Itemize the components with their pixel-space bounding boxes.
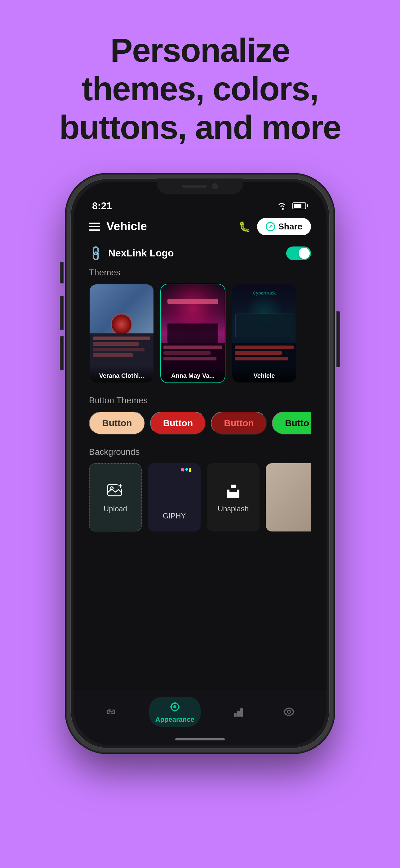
svg-point-0 bbox=[282, 208, 284, 210]
button-themes-label: Button Themes bbox=[89, 396, 311, 405]
phone-screen: 8:21 bbox=[73, 182, 327, 745]
volume-up-button bbox=[60, 296, 64, 330]
hero-title: Personalize themes, colors, buttons, and… bbox=[41, 31, 359, 147]
svg-point-10 bbox=[173, 705, 176, 708]
volume-down-button bbox=[60, 336, 64, 370]
theme-1-label: Verana Clothi... bbox=[90, 366, 154, 382]
eye-nav-icon bbox=[283, 706, 295, 718]
speaker bbox=[182, 185, 207, 188]
theme-1-logo bbox=[111, 314, 132, 335]
bg-upload-card[interactable]: Upload bbox=[89, 463, 142, 531]
phone-mockup: 8:21 bbox=[67, 175, 333, 752]
theme-3-label: Vehicle bbox=[232, 366, 296, 382]
button-themes-scroll: Button Button Button Butto bbox=[89, 412, 311, 435]
links-nav-icon bbox=[105, 706, 117, 718]
bg-giphy-label: GIPHY bbox=[163, 512, 186, 520]
theme-row bbox=[235, 351, 282, 355]
themes-scroll: Verana Clothi... bbox=[89, 284, 311, 383]
bottom-nav: Appearance bbox=[73, 690, 327, 745]
svg-point-14 bbox=[288, 710, 291, 713]
toggle-knob bbox=[299, 248, 310, 259]
theme-row bbox=[163, 345, 222, 349]
nexlink-label: NexLink Logo bbox=[108, 247, 174, 259]
btn-theme-3[interactable]: Button bbox=[211, 412, 267, 435]
status-time: 8:21 bbox=[92, 200, 112, 212]
bg-upload-label: Upload bbox=[104, 504, 127, 513]
svg-point-8 bbox=[170, 706, 172, 708]
wifi-icon bbox=[277, 202, 289, 210]
nav-item-links[interactable] bbox=[99, 703, 124, 721]
theme-2-car bbox=[167, 323, 219, 343]
theme-row bbox=[163, 351, 210, 355]
app-content: Vehicle 🐛 ↗ Share 🔗 NexLink Logo bbox=[73, 215, 327, 531]
unsplash-icon bbox=[224, 482, 242, 500]
bg-photo-card[interactable] bbox=[266, 463, 311, 531]
svg-rect-12 bbox=[237, 711, 240, 717]
hero-section: Personalize themes, colors, buttons, and… bbox=[41, 0, 359, 147]
front-camera bbox=[212, 183, 218, 189]
backgrounds-section-label: Backgrounds bbox=[89, 447, 311, 457]
app-header: Vehicle 🐛 ↗ Share bbox=[89, 215, 311, 242]
svg-point-6 bbox=[174, 702, 176, 704]
theme-card-anna[interactable]: Anna May Va... bbox=[160, 284, 226, 383]
menu-button[interactable] bbox=[89, 223, 100, 231]
theme-row bbox=[235, 345, 294, 349]
bug-button[interactable]: 🐛 bbox=[238, 221, 251, 232]
link-icon: 🔗 bbox=[87, 244, 104, 262]
nav-item-stats[interactable] bbox=[226, 703, 251, 721]
share-icon: ↗ bbox=[266, 222, 275, 231]
nav-item-appearance[interactable]: Appearance bbox=[149, 697, 201, 727]
notch bbox=[157, 179, 243, 194]
battery-icon bbox=[292, 203, 308, 209]
theme-row bbox=[93, 337, 151, 340]
appearance-nav-label: Appearance bbox=[155, 716, 194, 724]
theme-card-verana[interactable]: Verana Clothi... bbox=[89, 284, 154, 383]
home-indicator bbox=[175, 738, 225, 740]
header-left: Vehicle bbox=[89, 220, 147, 233]
nexlink-left: 🔗 NexLink Logo bbox=[89, 247, 174, 259]
theme-row bbox=[93, 342, 139, 346]
header-right: 🐛 ↗ Share bbox=[238, 218, 311, 235]
btn-theme-1[interactable]: Button bbox=[89, 412, 145, 435]
giphy-confetti bbox=[181, 468, 191, 472]
theme-2-title bbox=[167, 299, 219, 304]
theme-row bbox=[163, 357, 216, 361]
nexlink-toggle[interactable] bbox=[286, 247, 311, 260]
theme-row bbox=[235, 357, 288, 361]
page-title: Vehicle bbox=[106, 220, 147, 233]
svg-rect-11 bbox=[234, 713, 237, 717]
mute-button bbox=[60, 262, 64, 283]
btn-theme-2[interactable]: Button bbox=[150, 412, 206, 435]
giphy-box bbox=[161, 474, 188, 508]
themes-section-label: Themes bbox=[89, 268, 311, 278]
stats-nav-icon bbox=[232, 706, 245, 718]
svg-point-7 bbox=[174, 710, 176, 712]
bg-giphy-card[interactable]: GIPHY bbox=[148, 463, 201, 531]
appearance-nav-icon bbox=[168, 700, 182, 714]
theme-3-title-text: Cybertruck bbox=[253, 290, 276, 296]
svg-point-9 bbox=[178, 706, 179, 708]
phone-shell: 8:21 bbox=[67, 175, 333, 752]
theme-3-car bbox=[235, 314, 293, 338]
theme-card-vehicle[interactable]: Cybertruck Vehicle bbox=[232, 284, 297, 383]
status-icons bbox=[277, 202, 308, 210]
backgrounds-grid: Upload bbox=[89, 463, 311, 531]
share-button[interactable]: ↗ Share bbox=[257, 218, 311, 235]
bg-unsplash-card[interactable]: Unsplash bbox=[207, 463, 260, 531]
nexlink-row: 🔗 NexLink Logo bbox=[89, 242, 311, 268]
btn-theme-4[interactable]: Butto bbox=[272, 412, 311, 435]
theme-row bbox=[93, 353, 133, 357]
bg-unsplash-label: Unsplash bbox=[218, 504, 249, 513]
nav-item-watch[interactable] bbox=[276, 703, 301, 721]
theme-row bbox=[93, 348, 144, 351]
power-button bbox=[336, 311, 340, 367]
svg-rect-13 bbox=[240, 708, 243, 717]
upload-image-icon bbox=[106, 482, 125, 500]
theme-2-label: Anna May Va... bbox=[161, 366, 225, 382]
